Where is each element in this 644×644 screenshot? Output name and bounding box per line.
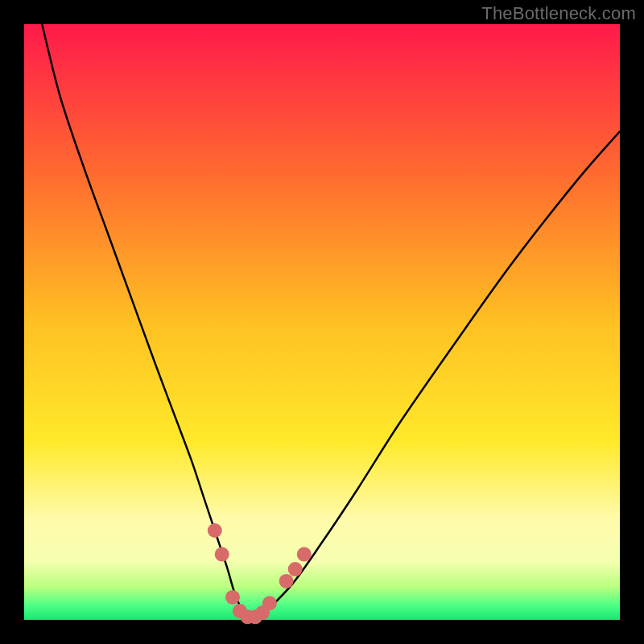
curve-marker <box>297 547 312 562</box>
chart-frame: TheBottleneck.com <box>0 0 644 644</box>
watermark-text: TheBottleneck.com <box>481 3 636 24</box>
curve-marker <box>279 574 294 588</box>
plot-background <box>24 24 620 620</box>
curve-marker <box>225 590 240 605</box>
bottleneck-chart <box>0 0 644 644</box>
curve-marker <box>215 547 229 562</box>
curve-marker <box>262 596 277 610</box>
curve-marker <box>288 562 303 576</box>
curve-marker <box>208 523 222 538</box>
